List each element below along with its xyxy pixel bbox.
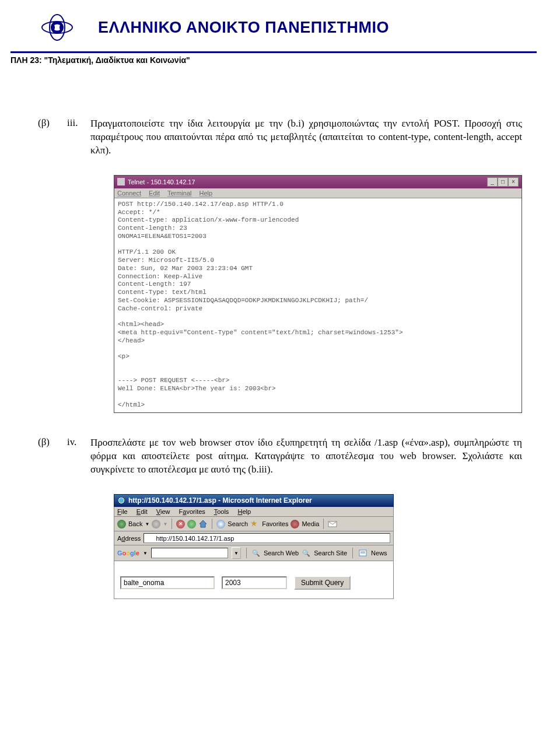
ie-page-body: balte_onoma 2003 Submit Query [114, 561, 394, 599]
ie-screenshot: http://150.140.142.17/1.asp - Microsoft … [114, 494, 394, 599]
search-button[interactable]: Search [228, 520, 248, 527]
item-marker-roman: iii. [67, 117, 90, 158]
forward-icon[interactable] [152, 520, 160, 528]
refresh-icon[interactable] [187, 520, 196, 528]
menu-favorites[interactable]: Favorites [179, 508, 205, 515]
university-logo [40, 10, 75, 44]
telnet-terminal-output: POST http://150.140.142.17/eap.asp HTTP/… [114, 198, 522, 413]
mail-icon[interactable] [328, 519, 337, 528]
menu-help[interactable]: Help [200, 190, 213, 197]
minimize-button[interactable]: _ [487, 177, 498, 187]
ie-app-icon [117, 496, 125, 505]
google-logo: Google [117, 550, 139, 556]
menu-help[interactable]: Help [237, 508, 251, 515]
search-site-button[interactable]: Search Site [314, 550, 347, 556]
menu-file[interactable]: File [117, 508, 128, 515]
media-button[interactable]: Media [302, 520, 319, 527]
exercise-item-b-iv: (β) iv. Προσπελάστε με τον web browser σ… [38, 436, 522, 477]
home-icon[interactable] [198, 519, 208, 528]
favorites-button[interactable]: Favorites [262, 520, 288, 527]
stop-icon[interactable]: ✕ [176, 520, 185, 528]
submit-query-button[interactable]: Submit Query [294, 576, 351, 590]
search-icon[interactable] [216, 520, 225, 528]
search-web-button[interactable]: Search Web [264, 550, 299, 556]
form-name-input[interactable]: balte_onoma [120, 576, 215, 589]
search-site-icon: 🔍 [302, 550, 310, 557]
ie-title-text: http://150.140.142.17/1.asp - Microsoft … [128, 496, 312, 505]
telnet-app-icon [117, 178, 125, 186]
google-dropdown[interactable]: ▼ [232, 547, 241, 559]
ie-addressbar: Address http://150.140.142.17/1.asp [114, 531, 394, 545]
close-button[interactable]: × [508, 177, 519, 187]
search-web-icon: 🔍 [252, 550, 260, 557]
telnet-title-text: Telnet - 150.140.142.17 [128, 178, 195, 186]
menu-edit[interactable]: Edit [149, 190, 160, 197]
back-button[interactable]: Back [128, 520, 142, 527]
media-icon[interactable] [290, 520, 299, 528]
page-header: ΕΛΛΗΝΙΚΟ ΑΝΟΙΚΤΟ ΠΑΝΕΠΙΣΤΗΜΙΟ [0, 0, 560, 49]
ie-toolbar: Back ▼ ▼ ✕ Search ★ Favorites Media [114, 517, 394, 531]
page-icon [146, 534, 153, 542]
address-url: http://150.140.142.17/1.asp [156, 535, 234, 542]
telnet-screenshot: Telnet - 150.140.142.17 _ □ × Connect Ed… [114, 175, 522, 414]
exercise-item-b-iii: (β) iii. Πραγματοποιείστε την ίδια λειτο… [38, 117, 522, 158]
address-label: Address [117, 535, 141, 542]
item-text: Προσπελάστε με τον web browser στον ίδιο… [90, 436, 522, 477]
item-marker-beta: (β) [38, 117, 67, 158]
maximize-button[interactable]: □ [498, 177, 508, 187]
menu-tools[interactable]: Tools [214, 508, 229, 515]
menu-view[interactable]: View [156, 508, 170, 515]
telnet-titlebar: Telnet - 150.140.142.17 _ □ × [114, 176, 522, 188]
menu-edit[interactable]: Edit [136, 508, 148, 515]
header-rule [10, 51, 537, 53]
google-toolbar: Google ▼ ▼ 🔍 Search Web 🔍 Search Site Ne… [114, 545, 394, 561]
address-input[interactable]: http://150.140.142.17/1.asp [144, 533, 390, 543]
ie-titlebar: http://150.140.142.17/1.asp - Microsoft … [114, 494, 394, 507]
news-button[interactable]: News [371, 550, 387, 556]
menu-connect[interactable]: Connect [117, 190, 141, 197]
back-icon[interactable] [117, 520, 126, 528]
item-marker-beta: (β) [38, 436, 67, 477]
item-text: Πραγματοποιείστε την ίδια λειτουργία με … [90, 117, 522, 158]
ie-menubar: File Edit View Favorites Tools Help [114, 507, 394, 517]
course-code: ΠΛΗ 23: "Τηλεματική, Διαδίκτυα και Κοινω… [10, 55, 560, 65]
university-title: ΕΛΛΗΝΙΚΟ ΑΝΟΙΚΤΟ ΠΑΝΕΠΙΣΤΗΜΙΟ [98, 19, 389, 37]
google-search-input[interactable] [151, 548, 228, 558]
menu-terminal[interactable]: Terminal [167, 190, 192, 197]
telnet-menubar: Connect Edit Terminal Help [114, 188, 522, 198]
form-year-input[interactable]: 2003 [222, 576, 287, 589]
item-marker-roman: iv. [67, 436, 90, 477]
favorites-icon[interactable]: ★ [250, 519, 260, 528]
news-icon [358, 548, 368, 558]
